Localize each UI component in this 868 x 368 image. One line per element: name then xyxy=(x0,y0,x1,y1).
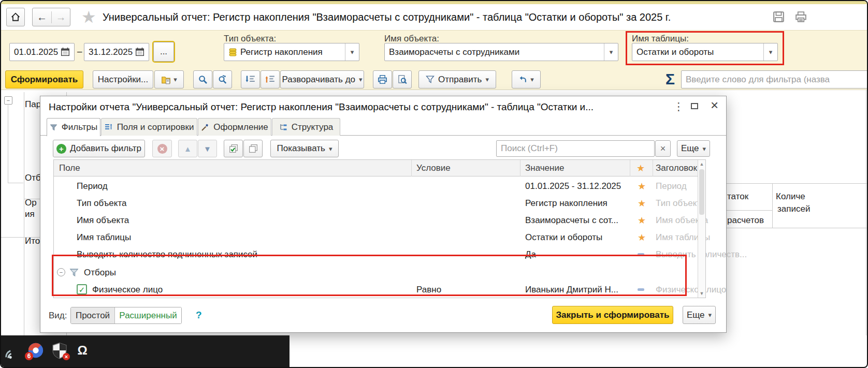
report-col-header-fragment: Количе xyxy=(776,192,805,202)
star-icon: ★ xyxy=(638,212,646,229)
object-type-label: Тип объекта: xyxy=(224,34,276,44)
plus-icon: + xyxy=(56,144,66,154)
collapse-rows-button[interactable] xyxy=(241,70,260,89)
filter-row-selected[interactable]: ✓ Физическое лицо Равно Иванькин Дмитрий… xyxy=(54,281,698,298)
expand-rows-button[interactable] xyxy=(261,70,280,89)
table-name-dropdown-button[interactable]: ▾ xyxy=(763,43,777,61)
filter-checkbox[interactable]: ✓ xyxy=(77,284,87,295)
print-preview-icon xyxy=(397,75,407,84)
close-and-generate-label: Закрыть и сформировать xyxy=(556,310,669,320)
generate-button[interactable]: Сформировать xyxy=(5,70,83,89)
forward-button[interactable]: → xyxy=(52,11,70,23)
tab-appearance[interactable]: Оформление xyxy=(198,118,271,136)
variant-folder-icon xyxy=(161,75,171,84)
tab-fields-sorting[interactable]: Поля и сортировки xyxy=(101,118,197,136)
object-type-combo[interactable]: Регистр накопления ▾ xyxy=(224,43,359,61)
help-link[interactable]: ? xyxy=(196,310,202,321)
table-scrollbar[interactable]: ▲ ▼ xyxy=(698,160,705,298)
grid-line xyxy=(866,90,866,335)
search-clear-button[interactable]: × xyxy=(655,140,671,157)
find-next-button[interactable] xyxy=(213,70,232,89)
move-down-button[interactable]: ▼ xyxy=(198,140,217,157)
filter-row[interactable]: Выводить количество подчиненных записей … xyxy=(54,246,698,263)
column-header-field[interactable]: Поле xyxy=(59,160,80,176)
row-value: Да xyxy=(525,246,536,263)
uncheck-all-button[interactable] xyxy=(243,140,263,157)
column-divider xyxy=(653,160,653,176)
row-value: Взаиморасчеты с сот... xyxy=(525,212,618,229)
filter-row[interactable]: Период 01.01.2025 - 31.12.2025 ★ Период xyxy=(54,178,698,195)
send-dropdown[interactable]: Отправить ▾ xyxy=(418,70,496,89)
period-more-button[interactable]: ... xyxy=(153,42,174,62)
row-field: Период xyxy=(77,178,108,195)
filter-row[interactable]: Имя таблицы Остатки и обороты ★ Имя табл… xyxy=(54,229,698,246)
view-advanced-label: Расширенный xyxy=(119,311,177,321)
move-up-button[interactable]: ▲ xyxy=(178,140,197,157)
footer-more-button[interactable]: Еще ▾ xyxy=(683,306,716,324)
report-row-label: Пар xyxy=(25,99,41,110)
report-row-label: Отб xyxy=(25,173,41,183)
favorite-star-icon[interactable]: ★ xyxy=(81,8,96,27)
date-to-calendar-icon[interactable] xyxy=(135,47,144,56)
security-shield-icon[interactable]: × xyxy=(51,342,68,359)
column-divider xyxy=(630,160,630,176)
delete-filter-button[interactable]: × xyxy=(152,140,172,157)
home-button[interactable] xyxy=(6,8,25,26)
filter-row[interactable]: Имя объекта Взаиморасчеты с сот... ★ Имя… xyxy=(54,212,698,229)
clear-icon: × xyxy=(660,144,666,153)
report-tree-expander[interactable]: − xyxy=(4,96,12,105)
back-button[interactable]: ← xyxy=(33,11,52,23)
browser-icon[interactable]: 6 xyxy=(27,342,45,359)
print-preview-button[interactable] xyxy=(393,70,412,89)
shield-error-badge: × xyxy=(63,353,70,360)
report-variants-button[interactable]: ▾ xyxy=(154,70,184,89)
group-expander[interactable]: − xyxy=(57,268,65,276)
chevron-down-icon: ▾ xyxy=(708,312,712,318)
check-all-button[interactable] xyxy=(224,140,243,157)
dash-marker-icon xyxy=(638,281,644,298)
row-value: 01.01.2025 - 31.12.2025 xyxy=(525,178,621,195)
column-header-value[interactable]: Значение xyxy=(525,160,564,176)
add-filter-button[interactable]: + Добавить фильтр xyxy=(53,140,145,157)
maximize-button[interactable] xyxy=(691,103,698,109)
search-icon xyxy=(198,75,208,84)
view-advanced-button[interactable]: Расширенный xyxy=(114,307,181,323)
view-simple-button[interactable]: Простой xyxy=(71,307,114,323)
scroll-up-icon[interactable]: ▲ xyxy=(698,161,705,167)
object-name-combo[interactable]: Взаиморасчеты с сотрудниками ▾ xyxy=(384,43,618,61)
view-label: Вид: xyxy=(49,311,67,321)
wifi-icon[interactable] xyxy=(3,343,21,360)
filter-group-row[interactable]: − Отборы xyxy=(54,264,698,281)
close-and-generate-button[interactable]: Закрыть и сформировать xyxy=(552,306,673,324)
save-button[interactable] xyxy=(773,11,785,23)
tab-filters[interactable]: Фильтры xyxy=(47,118,100,136)
show-dropdown[interactable]: Показывать ▾ xyxy=(270,140,339,157)
table-name-combo[interactable]: Остатки и обороты ▾ xyxy=(632,43,778,61)
show-label: Показывать xyxy=(277,143,325,154)
column-header-header[interactable]: Заголовок xyxy=(656,160,697,176)
dialog-menu-button[interactable]: ⋮ xyxy=(673,100,684,113)
uncheck-all-icon xyxy=(249,144,258,153)
find-button[interactable] xyxy=(193,70,212,89)
object-type-dropdown-button[interactable]: ▾ xyxy=(345,43,359,61)
column-header-star-icon[interactable]: ★ xyxy=(636,160,645,176)
navigate-dropdown[interactable]: ▾ xyxy=(512,70,541,89)
expand-to-dropdown[interactable]: Разворачивать до ▾ xyxy=(280,70,364,89)
quick-filter-input[interactable] xyxy=(681,70,868,89)
close-button[interactable]: × xyxy=(711,97,718,113)
app-omega-icon[interactable]: Ω xyxy=(75,343,90,358)
dialog-search-input[interactable] xyxy=(496,140,655,157)
scroll-down-icon[interactable]: ▼ xyxy=(698,291,705,296)
settings-button[interactable]: Настройки... xyxy=(93,70,153,89)
object-name-dropdown-button[interactable]: ▾ xyxy=(604,43,618,61)
toolbar-more-button[interactable]: Еще ▾ xyxy=(677,140,710,157)
column-header-condition[interactable]: Условие xyxy=(416,160,451,176)
scrollbar-thumb[interactable] xyxy=(699,169,704,215)
print-button[interactable] xyxy=(373,70,392,89)
funnel-icon xyxy=(50,124,57,131)
tab-structure[interactable]: Структура xyxy=(272,118,340,136)
report-col-header-fragment: таток xyxy=(727,192,748,202)
date-from-calendar-icon[interactable] xyxy=(61,47,70,56)
filter-row[interactable]: Тип объекта Регистр накопления ★ Тип объ… xyxy=(54,195,698,212)
print-title-button[interactable] xyxy=(795,11,807,23)
